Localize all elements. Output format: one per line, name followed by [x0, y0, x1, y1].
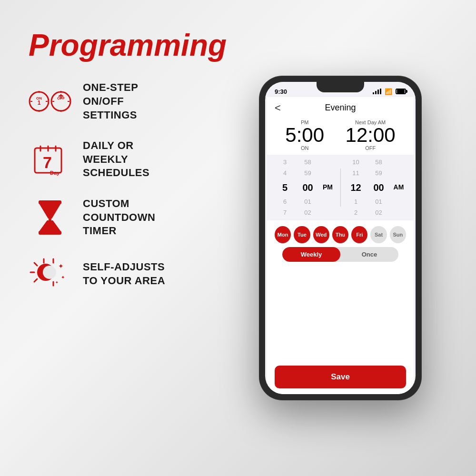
day-thu[interactable]: Thu — [332, 226, 348, 243]
svg-rect-23 — [39, 231, 61, 235]
picker-item-selected: AM — [394, 181, 404, 193]
right-picker[interactable]: 10 11 12 1 2 58 59 00 01 02 — [345, 157, 407, 218]
phone-notch — [317, 82, 364, 92]
left-hour-picker[interactable]: 3 4 5 6 7 — [274, 157, 297, 218]
status-icons: 📶 — [373, 88, 406, 95]
svg-rect-20 — [39, 200, 61, 204]
day-wed[interactable]: Wed — [313, 226, 329, 243]
picker-item: 1 — [354, 196, 357, 207]
time-display: PM 5:00 ON Next Day AM 12:00 OFF — [267, 117, 414, 155]
days-row: Mon Tue Wed Thu Fri Sat Sun — [275, 226, 406, 243]
frequency-toggle[interactable]: Weekly Once — [282, 247, 398, 262]
selfadjust-icon: ✦ ✦ ✦ — [29, 255, 71, 293]
right-panel: 9:30 📶 < — [224, 0, 476, 476]
save-button[interactable]: Save — [275, 366, 406, 388]
svg-text:1: 1 — [38, 99, 41, 106]
right-minute-picker[interactable]: 58 59 00 01 02 — [367, 157, 390, 218]
weekly-toggle[interactable]: Weekly — [282, 247, 340, 262]
feature-schedule-text: DAILY ORWEEKLYSCHEDULES — [83, 139, 149, 180]
feature-countdown: CUSTOMCOUNTDOWNTIMER — [29, 197, 209, 238]
feature-countdown-text: CUSTOMCOUNTDOWNTIMER — [83, 197, 155, 238]
picker-item-selected: 00 — [302, 179, 313, 196]
app-content: < Evening PM 5:00 ON Next Day AM 12:00 O… — [267, 97, 414, 394]
signal-icon — [373, 89, 381, 94]
feature-schedule: 7 Day DAILY ORWEEKLYSCHEDULES — [29, 139, 209, 180]
save-section: Save — [267, 361, 414, 394]
spacer — [267, 268, 414, 361]
back-button[interactable]: < — [275, 102, 281, 114]
svg-text:✦: ✦ — [61, 275, 65, 280]
svg-line-27 — [34, 263, 37, 266]
picker-item: 7 — [283, 207, 287, 218]
day-fri[interactable]: Fri — [351, 226, 367, 243]
svg-point-25 — [49, 218, 51, 221]
svg-text:✦: ✦ — [58, 262, 64, 270]
picker-item-selected: 00 — [373, 179, 384, 196]
on-off-icon: ON 1 OFF — [29, 82, 71, 120]
picker-item: 02 — [375, 207, 382, 218]
svg-point-33 — [43, 266, 56, 279]
picker-item-selected: 12 — [350, 179, 361, 196]
phone-screen: 9:30 📶 < — [265, 82, 416, 394]
left-panel: Programming ON 1 OFF — [0, 0, 224, 476]
picker-item: 59 — [375, 168, 382, 178]
picker-item: 6 — [283, 196, 287, 207]
right-hour-picker[interactable]: 10 11 12 1 2 — [345, 157, 367, 218]
feature-on-off-text: ONE-STEPON/OFFSETTINGS — [83, 81, 138, 122]
picker-item: 3 — [283, 157, 287, 168]
left-ampm-picker[interactable]: PM — [319, 181, 337, 193]
left-minute-picker[interactable]: 58 59 00 01 02 — [297, 157, 319, 218]
picker-item: 58 — [304, 157, 311, 168]
picker-item: 10 — [352, 157, 359, 168]
battery-icon — [396, 89, 406, 94]
picker-item: 01 — [375, 196, 382, 207]
picker-item: 2 — [354, 207, 357, 218]
days-section: Mon Tue Wed Thu Fri Sat Sun Weekly Once — [267, 220, 414, 268]
wifi-icon: 📶 — [385, 88, 392, 95]
feature-selfadjust-text: SELF-ADJUSTSTO YOUR AREA — [83, 260, 165, 288]
picker-item-selected: 5 — [282, 179, 288, 196]
picker-divider — [340, 169, 341, 207]
svg-marker-22 — [40, 220, 60, 231]
phone-frame: 9:30 📶 < — [259, 76, 421, 400]
picker-item: 59 — [304, 168, 311, 178]
app-screen-title: Evening — [325, 103, 356, 113]
picker-item: 58 — [375, 157, 382, 168]
main-title: Programming — [29, 29, 209, 62]
day-sun[interactable]: Sun — [390, 226, 406, 243]
picker-item: 01 — [304, 196, 311, 207]
on-time: 5:00 — [285, 125, 324, 145]
svg-text:Day: Day — [50, 170, 60, 176]
picker-item: 4 — [283, 168, 287, 178]
status-time: 9:30 — [275, 88, 287, 95]
countdown-icon — [29, 198, 71, 237]
on-time-block: PM 5:00 ON — [285, 119, 324, 151]
left-picker[interactable]: 3 4 5 6 7 58 59 00 01 02 — [274, 157, 337, 218]
app-header: < Evening — [267, 97, 414, 117]
picker-area[interactable]: 3 4 5 6 7 58 59 00 01 02 — [267, 155, 414, 220]
picker-item: 11 — [352, 168, 359, 178]
picker-item-selected: PM — [323, 181, 333, 193]
right-ampm-picker[interactable]: AM — [390, 181, 407, 193]
off-time-block: Next Day AM 12:00 OFF — [346, 119, 396, 151]
picker-item: 02 — [304, 207, 311, 218]
day-tue[interactable]: Tue — [294, 226, 310, 243]
schedule-icon: 7 Day — [29, 140, 71, 178]
once-toggle[interactable]: Once — [340, 247, 398, 262]
svg-text:✦: ✦ — [55, 280, 59, 285]
off-time: 12:00 — [346, 125, 396, 145]
svg-text:7: 7 — [43, 153, 52, 171]
feature-on-off: ON 1 OFF ONE-STEPON/OFFSETTINGS — [29, 81, 209, 122]
feature-selfadjust: ✦ ✦ ✦ SELF-ADJUSTSTO YOUR AREA — [29, 255, 209, 293]
svg-line-29 — [34, 279, 37, 282]
day-sat[interactable]: Sat — [370, 226, 387, 243]
svg-marker-21 — [40, 204, 60, 218]
day-mon[interactable]: Mon — [275, 226, 291, 243]
